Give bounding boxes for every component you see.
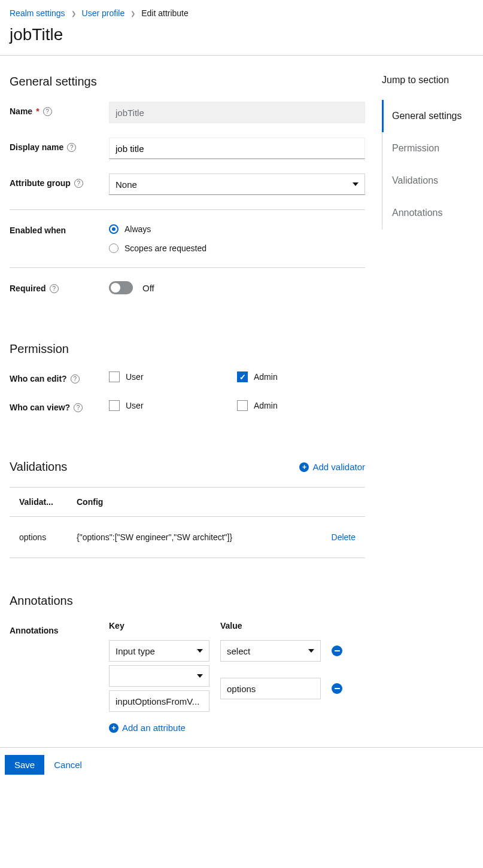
remove-annotation-button[interactable]	[332, 683, 342, 694]
minus-icon	[335, 688, 340, 689]
who-can-view-label: Who can view? ?	[10, 398, 109, 412]
enabled-when-label: Enabled when	[10, 221, 109, 235]
section-validations: Validations + Add validator Validat... C…	[10, 460, 365, 558]
caret-down-icon	[353, 182, 359, 186]
plus-circle-icon: +	[299, 462, 309, 472]
jump-to-section-nav: Jump to section General settings Permiss…	[365, 56, 483, 747]
name-label: Name * ?	[10, 102, 109, 116]
breadcrumb-realm-settings[interactable]: Realm settings	[10, 8, 65, 18]
radio-always[interactable]: Always	[109, 224, 365, 234]
annotation-value-input-1[interactable]: options	[220, 678, 321, 699]
required-label: Required ?	[10, 279, 109, 293]
section-title-general: General settings	[10, 75, 365, 89]
caret-down-icon	[197, 649, 203, 653]
checkbox-icon: ✓	[237, 371, 248, 382]
section-title-annotations: Annotations	[10, 594, 365, 608]
who-can-edit-label: Who can edit? ?	[10, 369, 109, 383]
required-indicator: *	[36, 106, 39, 116]
caret-down-icon	[197, 674, 203, 678]
save-button[interactable]: Save	[5, 755, 44, 775]
annotation-value-select-0[interactable]: select	[220, 640, 321, 662]
help-icon[interactable]: ?	[71, 374, 80, 383]
required-value: Off	[142, 283, 154, 293]
help-icon[interactable]: ?	[74, 403, 83, 412]
nav-validations[interactable]: Validations	[382, 165, 483, 197]
checkbox-edit-admin[interactable]: ✓ Admin	[237, 371, 365, 382]
checkbox-view-user[interactable]: User	[109, 400, 237, 411]
footer: Save Cancel	[0, 747, 483, 782]
validator-config-cell: {"options":["SW engineer","SW architect"…	[77, 532, 320, 542]
help-icon[interactable]: ?	[43, 107, 52, 116]
breadcrumb-current: Edit attribute	[141, 8, 189, 18]
annotation-key-select-0[interactable]: Input type	[109, 640, 209, 662]
nav-permission[interactable]: Permission	[382, 132, 483, 165]
chevron-right-icon: ❯	[130, 10, 135, 17]
help-icon[interactable]: ?	[67, 143, 76, 152]
name-input	[109, 102, 365, 123]
section-general-settings: General settings Name * ? Display name ?	[10, 75, 365, 294]
plus-circle-icon: +	[109, 723, 119, 733]
col-config: Config	[77, 497, 320, 507]
page-title: jobTitle	[0, 23, 483, 55]
annotation-key-select-1[interactable]	[109, 665, 209, 687]
breadcrumb-user-profile[interactable]: User profile	[82, 8, 125, 18]
help-icon[interactable]: ?	[74, 179, 83, 188]
nav-annotations[interactable]: Annotations	[382, 197, 483, 229]
sidebar-title: Jump to section	[382, 75, 483, 86]
add-validator-button[interactable]: + Add validator	[299, 462, 365, 472]
annotation-value-header: Value	[220, 621, 321, 631]
checkbox-icon	[109, 400, 120, 411]
display-name-label: Display name ?	[10, 138, 109, 152]
cancel-button[interactable]: Cancel	[54, 760, 82, 770]
section-permission: Permission Who can edit? ? User ✓ Admi	[10, 342, 365, 412]
remove-annotation-button[interactable]	[332, 645, 342, 656]
help-icon[interactable]: ?	[50, 284, 59, 293]
section-title-validations: Validations	[10, 460, 67, 474]
attribute-group-label: Attribute group ?	[10, 173, 109, 188]
required-toggle[interactable]	[109, 281, 133, 294]
annotations-label: Annotations	[10, 621, 109, 635]
radio-icon	[109, 243, 119, 253]
breadcrumb: Realm settings ❯ User profile ❯ Edit att…	[0, 0, 483, 23]
delete-validator-button[interactable]: Delete	[332, 532, 356, 542]
radio-scopes[interactable]: Scopes are requested	[109, 243, 365, 253]
attribute-group-select[interactable]: None	[109, 173, 365, 195]
annotation-key-header: Key	[109, 621, 209, 631]
section-title-permission: Permission	[10, 342, 365, 356]
nav-general-settings[interactable]: General settings	[382, 100, 483, 132]
add-attribute-button[interactable]: + Add an attribute	[109, 723, 365, 733]
table-header: Validat... Config	[10, 487, 365, 517]
validator-name-cell: options	[19, 532, 77, 542]
display-name-input[interactable]	[109, 138, 365, 159]
checkbox-edit-user[interactable]: User	[109, 371, 237, 382]
chevron-right-icon: ❯	[71, 10, 76, 17]
checkbox-icon	[109, 371, 120, 382]
minus-icon	[335, 650, 340, 651]
section-annotations: Annotations Annotations Key Value Input …	[10, 594, 365, 733]
annotation-dropdown-option[interactable]: inputOptionsFromV...	[109, 690, 209, 712]
validations-table: Validat... Config options {"options":["S…	[10, 487, 365, 558]
table-row: options {"options":["SW engineer","SW ar…	[10, 517, 365, 558]
col-validator-name: Validat...	[19, 497, 77, 507]
checkbox-icon	[237, 400, 248, 411]
radio-icon	[109, 224, 119, 234]
checkbox-view-admin[interactable]: Admin	[237, 400, 365, 411]
caret-down-icon	[308, 649, 314, 653]
